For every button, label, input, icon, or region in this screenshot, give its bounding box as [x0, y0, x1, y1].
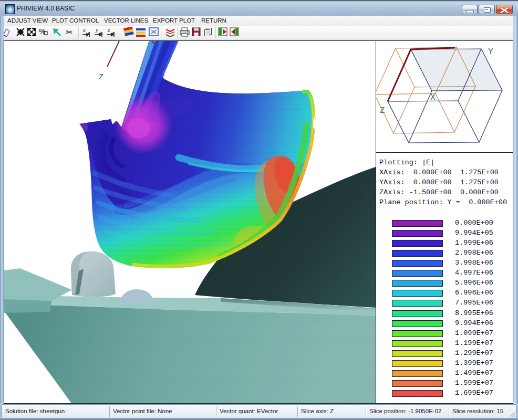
svg-text:Z: Z — [380, 106, 385, 116]
svg-text:Y: Y — [488, 47, 493, 57]
svg-text:Z: Z — [99, 73, 103, 82]
svg-text:z: z — [107, 27, 110, 33]
svg-text:✂: ✂ — [66, 28, 72, 37]
svg-text:x: x — [82, 27, 86, 33]
svg-text:y: y — [95, 27, 98, 33]
svg-text:X: X — [430, 93, 436, 102]
